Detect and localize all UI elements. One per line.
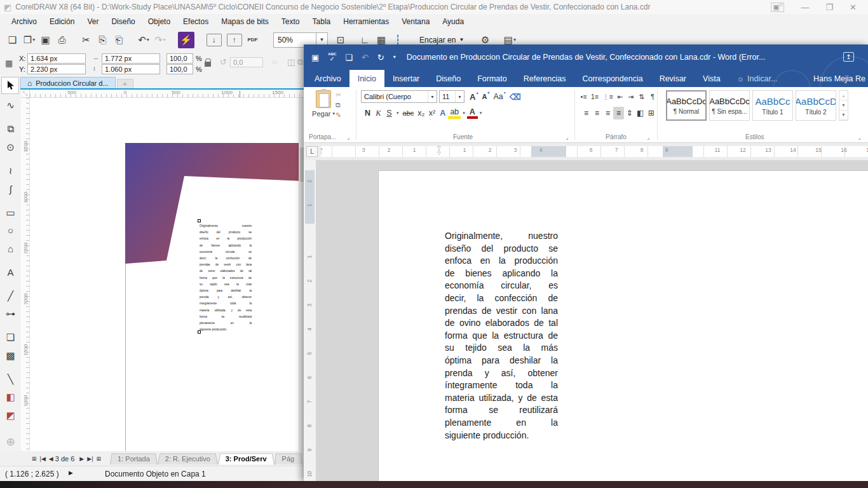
highlight-caret[interactable]: ▾ [461, 107, 467, 119]
page-tab[interactable]: 3: Prod/Serv [218, 452, 275, 464]
change-case-button[interactable]: Aa▾ [491, 90, 507, 103]
drop-shadow-tool[interactable]: ❏ [3, 329, 19, 346]
add-tool-button[interactable]: ⊕ [3, 433, 19, 451]
import-button[interactable]: ↓ [207, 34, 222, 46]
new-tab-button[interactable]: + [117, 79, 133, 88]
restore-button[interactable]: ❐ [825, 3, 833, 12]
object-height-field[interactable]: 1.060 px [102, 64, 160, 74]
add-page-after-button[interactable]: ⊞ [97, 456, 102, 462]
clipboard-dialog-launcher[interactable]: ⌟ [347, 134, 349, 140]
canvas-text-block[interactable]: Originalmente, nuestrodiseño del product… [200, 223, 252, 333]
Texto[interactable]: Texto [275, 15, 306, 28]
eyedropper-tool[interactable]: ╲ [3, 370, 19, 388]
numbering-button[interactable]: 1≡ [589, 90, 600, 103]
interactive-fill-tool[interactable]: ◧ [3, 388, 19, 406]
curve-tool[interactable]: ∫ [3, 180, 19, 198]
bold-button[interactable]: N [362, 107, 373, 119]
shape-tool[interactable]: ∿ [3, 97, 19, 114]
copy-button[interactable]: ⎘ [95, 32, 111, 48]
superscript-button[interactable]: x² [426, 107, 437, 119]
print-button[interactable]: ⎙ [55, 32, 70, 48]
Indicar...[interactable]: ☼Indicar... [729, 70, 786, 87]
style-card[interactable]: AaBbCcD Título 2 [796, 90, 836, 121]
transparency-tool[interactable]: ▩ [3, 346, 19, 364]
format-painter-icon[interactable]: ✎ [336, 111, 341, 119]
justify-button[interactable]: ≡ [613, 107, 624, 119]
ribbon-display-options-icon[interactable]: ↥ [843, 52, 854, 62]
open-button[interactable]: ❒▾ [22, 32, 37, 48]
Insertar[interactable]: Insertar [384, 70, 428, 87]
next-page-button[interactable]: ▶ [79, 456, 84, 462]
rectangle-tool[interactable]: ▭ [3, 203, 19, 221]
object-width-field[interactable]: 1.772 px [102, 53, 160, 64]
sort-button[interactable]: ⇅ [637, 90, 648, 103]
font-color-button[interactable]: A [467, 107, 478, 119]
Diseño[interactable]: Diseño [428, 70, 469, 87]
italic-button[interactable]: K [373, 107, 384, 119]
copy-icon[interactable]: ⧉ [336, 101, 341, 109]
page-tab[interactable]: Pág [275, 452, 302, 464]
redo-button[interactable]: ↷▾ [153, 32, 168, 48]
chevron-down-icon[interactable]: ▼ [428, 91, 437, 102]
export-button[interactable]: ↑ [227, 34, 242, 46]
Ver[interactable]: Ver [81, 15, 105, 28]
font-name-combo[interactable]: Calibri (Cuerpo▼ [361, 90, 437, 103]
first-page-button[interactable]: |◀ [40, 456, 46, 462]
page-tab[interactable]: 2: R. Ejecutivo [158, 452, 218, 464]
previous-page-button[interactable]: ◀ [49, 456, 53, 462]
Correspondencia[interactable]: Correspondencia [574, 70, 651, 87]
scale-y-field[interactable]: 100,0 [166, 64, 193, 74]
Edición[interactable]: Edición [43, 15, 81, 28]
decrease-indent-button[interactable]: ⇤ [615, 90, 626, 103]
mirror-horizontal-icon[interactable]: ◫ [287, 57, 295, 67]
mirror-vertical-icon[interactable]: ⧉ [297, 57, 303, 67]
shading-button[interactable]: ◧ [635, 107, 646, 119]
paste-button[interactable]: ⎗ [112, 32, 127, 48]
y-position-field[interactable]: 2.230 px [27, 64, 86, 74]
word-vertical-ruler[interactable]: 21 12345678910 [304, 160, 316, 481]
font-size-combo[interactable]: 11▼ [439, 90, 465, 103]
borders-button[interactable]: ⊞ [646, 107, 656, 119]
style-card[interactable]: AaBbCcDc ¶ Sin espa... [709, 90, 750, 121]
Objeto[interactable]: Objeto [142, 15, 177, 28]
align-center-button[interactable]: ≡ [592, 107, 602, 119]
close-button[interactable]: ✕ [850, 3, 857, 12]
styles-scroll-button[interactable]: ▼ [839, 100, 848, 110]
document-text[interactable]: Originalmente, nuestrodiseño del product… [445, 230, 558, 442]
freehand-tool[interactable]: ≀ [3, 162, 19, 180]
styles-scroll-button[interactable]: ▲ [839, 91, 848, 100]
dimension-tool[interactable]: ╱ [3, 287, 19, 304]
subscript-button[interactable]: x₂ [416, 107, 426, 119]
Mapas de bits[interactable]: Mapas de bits [215, 15, 275, 28]
align-right-button[interactable]: ≡ [602, 107, 613, 119]
corel-canvas[interactable]: Originalmente, nuestrodiseño del product… [30, 98, 304, 451]
scale-x-field[interactable]: 100,0 [166, 53, 193, 64]
tab-selector-button[interactable]: L [306, 146, 318, 157]
paragraph-dialog-launcher[interactable]: ⌟ [647, 134, 649, 140]
search-content-button[interactable]: ⚡ [178, 32, 194, 48]
font-dialog-launcher[interactable]: ⌟ [566, 134, 568, 140]
styles-scroll-button[interactable]: ▼ [839, 111, 848, 120]
document-tab[interactable]: ⌂ Produccion Circular d... [20, 77, 116, 88]
increase-indent-button[interactable]: ⇥ [626, 90, 637, 103]
Ayuda[interactable]: Ayuda [436, 15, 470, 28]
underline-caret[interactable]: ▾ [395, 107, 401, 119]
undo-button[interactable]: ↶▾ [136, 32, 151, 48]
Efectos[interactable]: Efectos [177, 15, 215, 28]
Archivo[interactable]: Archivo [306, 70, 349, 87]
Ventana[interactable]: Ventana [395, 15, 436, 28]
styles-dialog-launcher[interactable]: ⌟ [858, 134, 860, 140]
smart-fill-tool[interactable]: ◩ [3, 406, 19, 424]
polygon-tool[interactable]: ⌂ [3, 240, 19, 257]
canvas-vertical-scrollbar[interactable] [299, 98, 304, 451]
minimize-button[interactable]: — [801, 3, 809, 12]
column-marker[interactable]: Γ [321, 147, 322, 154]
clear-formatting-button[interactable]: ⌫ [508, 90, 524, 103]
selection-handle[interactable] [198, 219, 201, 222]
multilevel-list-button[interactable]: ⋮≡ [600, 90, 615, 103]
publish-pdf-button[interactable]: PDF [245, 32, 261, 48]
Tabla[interactable]: Tabla [306, 15, 337, 28]
Revisar[interactable]: Revisar [651, 70, 695, 87]
underline-button[interactable]: S [384, 107, 395, 119]
user-account-name[interactable]: Hans Mejia Re [813, 70, 868, 87]
